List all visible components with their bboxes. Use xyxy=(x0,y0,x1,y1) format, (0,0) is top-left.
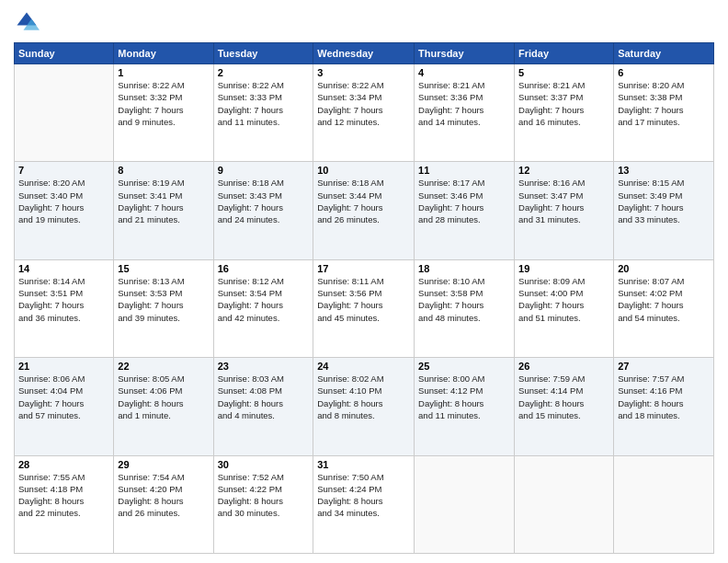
day-number: 1 xyxy=(118,67,209,78)
calendar-cell: 2Sunrise: 8:22 AM Sunset: 3:33 PM Daylig… xyxy=(213,64,313,162)
day-info: Sunrise: 7:54 AM Sunset: 4:20 PM Dayligh… xyxy=(118,471,209,520)
day-info: Sunrise: 8:11 AM Sunset: 3:56 PM Dayligh… xyxy=(317,275,410,324)
day-number: 22 xyxy=(118,361,209,372)
day-number: 12 xyxy=(518,165,609,176)
calendar-cell: 28Sunrise: 7:55 AM Sunset: 4:18 PM Dayli… xyxy=(15,455,114,553)
day-info: Sunrise: 8:05 AM Sunset: 4:06 PM Dayligh… xyxy=(118,373,209,421)
logo xyxy=(14,9,43,35)
day-info: Sunrise: 8:14 AM Sunset: 3:51 PM Dayligh… xyxy=(18,275,109,324)
calendar-cell: 23Sunrise: 8:03 AM Sunset: 4:08 PM Dayli… xyxy=(213,358,313,455)
day-info: Sunrise: 8:22 AM Sunset: 3:34 PM Dayligh… xyxy=(317,79,410,128)
day-info: Sunrise: 8:03 AM Sunset: 4:08 PM Dayligh… xyxy=(218,373,310,421)
calendar-cell: 21Sunrise: 8:06 AM Sunset: 4:04 PM Dayli… xyxy=(15,358,114,455)
day-number: 25 xyxy=(418,361,510,372)
logo-icon xyxy=(14,9,40,35)
day-info: Sunrise: 8:20 AM Sunset: 3:38 PM Dayligh… xyxy=(618,79,710,128)
calendar-cell: 13Sunrise: 8:15 AM Sunset: 3:49 PM Dayli… xyxy=(614,162,714,259)
calendar-cell: 24Sunrise: 8:02 AM Sunset: 4:10 PM Dayli… xyxy=(313,358,415,455)
day-info: Sunrise: 8:00 AM Sunset: 4:12 PM Dayligh… xyxy=(418,373,510,421)
col-friday: Friday xyxy=(515,43,614,64)
day-number: 30 xyxy=(218,459,310,470)
col-tuesday: Tuesday xyxy=(213,43,313,64)
page: Sunday Monday Tuesday Wednesday Thursday… xyxy=(0,0,728,563)
day-info: Sunrise: 8:21 AM Sunset: 3:36 PM Dayligh… xyxy=(418,79,510,128)
calendar-cell: 29Sunrise: 7:54 AM Sunset: 4:20 PM Dayli… xyxy=(114,455,213,553)
calendar-cell xyxy=(515,455,614,553)
day-info: Sunrise: 8:22 AM Sunset: 3:33 PM Dayligh… xyxy=(218,79,310,128)
calendar-cell: 27Sunrise: 7:57 AM Sunset: 4:16 PM Dayli… xyxy=(614,358,714,455)
day-number: 18 xyxy=(418,263,510,274)
calendar-cell: 11Sunrise: 8:17 AM Sunset: 3:46 PM Dayli… xyxy=(415,162,515,259)
day-info: Sunrise: 7:57 AM Sunset: 4:16 PM Dayligh… xyxy=(618,373,710,421)
header xyxy=(14,9,714,35)
day-number: 28 xyxy=(18,459,109,470)
week-row-3: 14Sunrise: 8:14 AM Sunset: 3:51 PM Dayli… xyxy=(15,259,714,357)
day-info: Sunrise: 8:20 AM Sunset: 3:40 PM Dayligh… xyxy=(18,177,109,225)
day-number: 26 xyxy=(518,361,609,372)
day-number: 27 xyxy=(618,361,710,372)
calendar-cell: 19Sunrise: 8:09 AM Sunset: 4:00 PM Dayli… xyxy=(515,259,614,357)
day-info: Sunrise: 7:55 AM Sunset: 4:18 PM Dayligh… xyxy=(18,471,109,520)
calendar-cell: 4Sunrise: 8:21 AM Sunset: 3:36 PM Daylig… xyxy=(415,64,515,162)
day-number: 29 xyxy=(118,459,209,470)
day-info: Sunrise: 7:52 AM Sunset: 4:22 PM Dayligh… xyxy=(218,471,310,520)
calendar-cell: 9Sunrise: 8:18 AM Sunset: 3:43 PM Daylig… xyxy=(213,162,313,259)
calendar-cell: 12Sunrise: 8:16 AM Sunset: 3:47 PM Dayli… xyxy=(515,162,614,259)
day-number: 20 xyxy=(618,263,710,274)
day-info: Sunrise: 8:18 AM Sunset: 3:43 PM Dayligh… xyxy=(218,177,310,225)
col-thursday: Thursday xyxy=(415,43,515,64)
day-info: Sunrise: 8:12 AM Sunset: 3:54 PM Dayligh… xyxy=(218,275,310,324)
day-number: 6 xyxy=(618,67,710,78)
calendar-cell: 18Sunrise: 8:10 AM Sunset: 3:58 PM Dayli… xyxy=(415,259,515,357)
day-info: Sunrise: 8:09 AM Sunset: 4:00 PM Dayligh… xyxy=(518,275,609,324)
day-number: 17 xyxy=(317,263,410,274)
week-row-1: 1Sunrise: 8:22 AM Sunset: 3:32 PM Daylig… xyxy=(15,64,714,162)
day-info: Sunrise: 7:59 AM Sunset: 4:14 PM Dayligh… xyxy=(518,373,609,421)
calendar-cell: 30Sunrise: 7:52 AM Sunset: 4:22 PM Dayli… xyxy=(213,455,313,553)
day-number: 8 xyxy=(118,165,209,176)
day-info: Sunrise: 8:19 AM Sunset: 3:41 PM Dayligh… xyxy=(118,177,209,225)
col-wednesday: Wednesday xyxy=(313,43,415,64)
calendar-cell: 15Sunrise: 8:13 AM Sunset: 3:53 PM Dayli… xyxy=(114,259,213,357)
col-monday: Monday xyxy=(114,43,213,64)
calendar-cell: 17Sunrise: 8:11 AM Sunset: 3:56 PM Dayli… xyxy=(313,259,415,357)
day-number: 14 xyxy=(18,263,109,274)
day-number: 9 xyxy=(218,165,310,176)
day-info: Sunrise: 8:16 AM Sunset: 3:47 PM Dayligh… xyxy=(518,177,609,225)
calendar-cell: 8Sunrise: 8:19 AM Sunset: 3:41 PM Daylig… xyxy=(114,162,213,259)
day-info: Sunrise: 8:18 AM Sunset: 3:44 PM Dayligh… xyxy=(317,177,410,225)
calendar-cell: 14Sunrise: 8:14 AM Sunset: 3:51 PM Dayli… xyxy=(15,259,114,357)
day-info: Sunrise: 8:22 AM Sunset: 3:32 PM Dayligh… xyxy=(118,79,209,128)
calendar-cell: 22Sunrise: 8:05 AM Sunset: 4:06 PM Dayli… xyxy=(114,358,213,455)
day-info: Sunrise: 8:17 AM Sunset: 3:46 PM Dayligh… xyxy=(418,177,510,225)
calendar-cell: 25Sunrise: 8:00 AM Sunset: 4:12 PM Dayli… xyxy=(415,358,515,455)
calendar-cell xyxy=(614,455,714,553)
calendar-table: Sunday Monday Tuesday Wednesday Thursday… xyxy=(14,42,714,554)
calendar-cell: 20Sunrise: 8:07 AM Sunset: 4:02 PM Dayli… xyxy=(614,259,714,357)
day-info: Sunrise: 8:06 AM Sunset: 4:04 PM Dayligh… xyxy=(18,373,109,421)
day-number: 7 xyxy=(18,165,109,176)
calendar-cell: 16Sunrise: 8:12 AM Sunset: 3:54 PM Dayli… xyxy=(213,259,313,357)
day-number: 3 xyxy=(317,67,410,78)
day-info: Sunrise: 8:15 AM Sunset: 3:49 PM Dayligh… xyxy=(618,177,710,225)
day-info: Sunrise: 8:07 AM Sunset: 4:02 PM Dayligh… xyxy=(618,275,710,324)
calendar-cell: 5Sunrise: 8:21 AM Sunset: 3:37 PM Daylig… xyxy=(515,64,614,162)
day-info: Sunrise: 8:21 AM Sunset: 3:37 PM Dayligh… xyxy=(518,79,609,128)
day-info: Sunrise: 8:13 AM Sunset: 3:53 PM Dayligh… xyxy=(118,275,209,324)
day-info: Sunrise: 7:50 AM Sunset: 4:24 PM Dayligh… xyxy=(317,471,410,520)
week-row-2: 7Sunrise: 8:20 AM Sunset: 3:40 PM Daylig… xyxy=(15,162,714,259)
day-number: 13 xyxy=(618,165,710,176)
calendar-cell: 1Sunrise: 8:22 AM Sunset: 3:32 PM Daylig… xyxy=(114,64,213,162)
calendar-cell: 31Sunrise: 7:50 AM Sunset: 4:24 PM Dayli… xyxy=(313,455,415,553)
calendar-cell: 6Sunrise: 8:20 AM Sunset: 3:38 PM Daylig… xyxy=(614,64,714,162)
col-sunday: Sunday xyxy=(15,43,114,64)
calendar-header-row: Sunday Monday Tuesday Wednesday Thursday… xyxy=(15,43,714,64)
day-info: Sunrise: 8:02 AM Sunset: 4:10 PM Dayligh… xyxy=(317,373,410,421)
day-number: 21 xyxy=(18,361,109,372)
day-number: 5 xyxy=(518,67,609,78)
calendar-cell: 3Sunrise: 8:22 AM Sunset: 3:34 PM Daylig… xyxy=(313,64,415,162)
day-number: 16 xyxy=(218,263,310,274)
day-number: 23 xyxy=(218,361,310,372)
calendar-cell xyxy=(415,455,515,553)
day-info: Sunrise: 8:10 AM Sunset: 3:58 PM Dayligh… xyxy=(418,275,510,324)
